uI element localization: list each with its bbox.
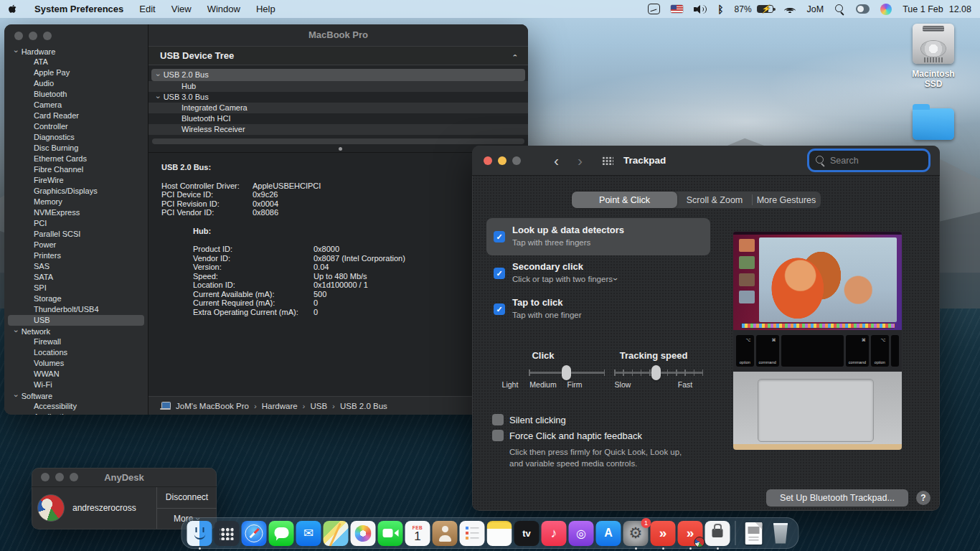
silent-clicking-checkbox[interactable] [492, 414, 504, 425]
chevron-down-icon[interactable]: › [155, 74, 161, 77]
sidebar-item-fibre-channel[interactable]: Fibre Channel [4, 164, 148, 175]
zoom-button[interactable] [43, 32, 52, 40]
dock-item-launchpad[interactable] [215, 521, 240, 546]
sidebar-item-power[interactable]: Power [4, 240, 148, 250]
search-field[interactable] [809, 151, 928, 170]
chevron-down-icon[interactable]: › [155, 96, 161, 99]
sidebar-item-sas[interactable]: SAS [4, 261, 148, 272]
force-click-checkbox[interactable] [492, 430, 504, 441]
sidebar-item-nvmexpress[interactable]: NVMExpress [4, 207, 148, 218]
sidebar-item-usb-selected[interactable]: USB [8, 315, 144, 326]
sidebar-item-wwan[interactable]: WWAN [4, 369, 148, 380]
secondary-click-checkbox[interactable]: ✓ [494, 268, 505, 279]
tree-row-hub[interactable]: Hub [149, 81, 528, 92]
chevron-down-icon[interactable]: › [611, 278, 621, 281]
sidebar-item-audio[interactable]: Audio [4, 78, 148, 89]
wifi-icon[interactable] [784, 4, 796, 14]
dock-item-facetime[interactable] [378, 521, 403, 546]
close-button[interactable] [484, 156, 492, 165]
click-slider-track[interactable] [529, 372, 605, 374]
menu-view[interactable]: View [171, 4, 192, 14]
minimize-button[interactable] [498, 156, 507, 165]
disconnect-button[interactable]: Disconnect [157, 487, 217, 508]
sidebar-item-sata[interactable]: SATA [4, 272, 148, 283]
dock-item-reminders[interactable] [460, 521, 485, 546]
sidebar-group-software[interactable]: ›Software [4, 390, 148, 401]
dock-item-anydesk[interactable]: » [651, 521, 676, 546]
sidebar-item-controller[interactable]: Controller [4, 121, 148, 132]
dock-item-tv[interactable]: tv [514, 521, 540, 546]
tree-row-usb2-bus[interactable]: ›USB 2.0 Bus [151, 69, 525, 81]
sidebar-item-ethernet-cards[interactable]: Ethernet Cards [4, 154, 148, 164]
sidebar-item-thunderbolt-usb4[interactable]: Thunderbolt/USB4 [4, 304, 148, 315]
secondary-click-subtitle[interactable]: Click or tap with two fingers › [512, 275, 618, 283]
sidebar-item-diagnostics[interactable]: Diagnostics [4, 132, 148, 143]
desktop-icon-macintosh-ssd[interactable]: Macintosh SSD [905, 24, 962, 89]
pane-splitter-handle[interactable] [149, 144, 528, 153]
dock-item-document[interactable] [741, 521, 766, 546]
tab-more-gestures[interactable]: More Gestures [752, 192, 821, 208]
sidebar-item-firewire[interactable]: FireWire [4, 175, 148, 186]
tracking-slider-track[interactable] [614, 372, 703, 374]
keyboard-layout-us-flag-icon[interactable] [671, 5, 683, 13]
sidebar-item-spi[interactable]: SPI [4, 283, 148, 293]
setup-bluetooth-trackpad-button[interactable]: Set Up Bluetooth Trackpad... [766, 489, 908, 507]
desktop-icon-folder[interactable] [905, 103, 962, 140]
tab-point-and-click[interactable]: Point & Click [572, 192, 677, 208]
dock-item-photos[interactable] [351, 521, 376, 546]
breadcrumb-usb2-bus[interactable]: USB 2.0 Bus [340, 402, 387, 410]
tree-row-integrated-camera[interactable]: Integrated Camera [149, 103, 528, 113]
breadcrumb-usb[interactable]: USB [310, 402, 327, 410]
spotlight-icon[interactable] [834, 4, 845, 14]
sidebar-item-card-reader[interactable]: Card Reader [4, 110, 148, 121]
tab-scroll-and-zoom[interactable]: Scroll & Zoom [677, 192, 752, 208]
dock-item-app-store[interactable]: A [596, 521, 621, 546]
activity-monitor-icon[interactable] [648, 4, 660, 14]
click-slider-thumb[interactable] [562, 365, 571, 380]
dock-item-finder[interactable] [187, 521, 212, 546]
siri-icon[interactable] [880, 4, 892, 15]
sidebar-item-firewall[interactable]: Firewall [4, 336, 148, 347]
sidebar-item-locations[interactable]: Locations [4, 347, 148, 358]
sidebar-item-pci[interactable]: PCI [4, 218, 148, 229]
forward-button[interactable]: › [578, 154, 583, 168]
search-input[interactable] [830, 156, 909, 166]
sidebar-group-hardware[interactable]: ›Hardware [4, 46, 148, 57]
dock-item-trash[interactable] [768, 521, 793, 546]
tree-row-usb3-bus[interactable]: ›USB 3.0 Bus [149, 92, 528, 103]
menu-app-name[interactable]: System Preferences [34, 4, 123, 14]
tracking-slider-thumb[interactable] [651, 365, 661, 380]
sidebar-item-bluetooth[interactable]: Bluetooth [4, 89, 148, 100]
zoom-button[interactable] [512, 156, 521, 165]
sidebar-item-apple-pay[interactable]: Apple Pay [4, 67, 148, 78]
dock-item-notes[interactable] [487, 521, 512, 546]
close-button[interactable] [14, 32, 23, 40]
sidebar-item-parallel-scsi[interactable]: Parallel SCSI [4, 229, 148, 240]
tree-row-wireless-receiver[interactable]: Wireless Receiver [149, 124, 528, 135]
sidebar-item-memory[interactable]: Memory [4, 197, 148, 207]
dock-item-contacts[interactable] [433, 521, 458, 546]
dock-item-messages[interactable] [269, 521, 294, 546]
apple-menu[interactable] [9, 3, 19, 16]
sidebar-item-disc-burning[interactable]: Disc Burning [4, 143, 148, 154]
show-all-preferences-icon[interactable] [601, 156, 613, 165]
dock-item-safari[interactable] [242, 521, 267, 546]
lookup-checkbox[interactable]: ✓ [494, 231, 505, 242]
menu-help[interactable]: Help [256, 4, 275, 14]
horizontal-scrollbar[interactable] [152, 138, 524, 144]
sidebar-item-accessibility[interactable]: Accessibility [4, 401, 148, 412]
menu-edit[interactable]: Edit [139, 4, 155, 14]
dock-item-calendar[interactable]: FEB 1 [405, 521, 430, 546]
sidebar-item-graphics-displays[interactable]: Graphics/Displays [4, 186, 148, 197]
volume-icon[interactable] [694, 4, 707, 14]
dock-item-podcasts[interactable]: ◎ [569, 521, 594, 546]
user-menu[interactable]: JoM [807, 3, 824, 16]
dock-item-mail[interactable]: ✉ [296, 521, 321, 546]
sidebar-item-ata[interactable]: ATA [4, 57, 148, 67]
breadcrumb-root[interactable]: JoM's MacBook Pro [176, 402, 249, 410]
tree-row-bluetooth-hci[interactable]: Bluetooth HCI [149, 113, 528, 124]
menu-window[interactable]: Window [207, 4, 240, 14]
sidebar-item-camera[interactable]: Camera [4, 100, 148, 110]
bluetooth-icon[interactable]: ᛒ [717, 3, 723, 16]
dock-item-music[interactable]: ♪ [542, 521, 567, 546]
